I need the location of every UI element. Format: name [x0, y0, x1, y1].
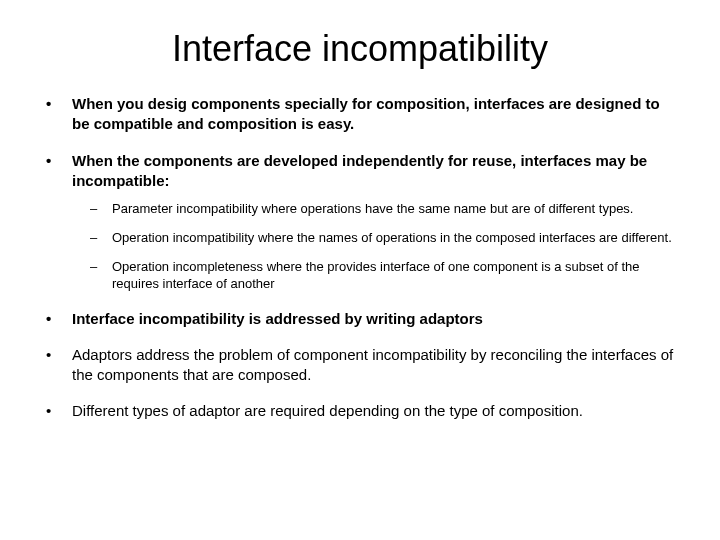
bullet-item: When you desig components specially for … — [40, 94, 680, 135]
sub-bullet-item: Operation incompleteness where the provi… — [72, 259, 680, 293]
bullet-text: Interface incompatibility is addressed b… — [72, 310, 483, 327]
bullet-item: When the components are developed indepe… — [40, 151, 680, 293]
slide-title: Interface incompatibility — [40, 28, 680, 70]
bullet-item: Interface incompatibility is addressed b… — [40, 309, 680, 329]
sub-bullet-text: Operation incompleteness where the provi… — [112, 259, 640, 291]
sub-bullet-list: Parameter incompatibility where operatio… — [72, 201, 680, 293]
bullet-item: Adaptors address the problem of componen… — [40, 345, 680, 386]
bullet-text: Adaptors address the problem of componen… — [72, 346, 673, 383]
bullet-text: Different types of adaptor are required … — [72, 402, 583, 419]
slide: Interface incompatibility When you desig… — [0, 0, 720, 540]
bullet-list: When you desig components specially for … — [40, 94, 680, 422]
bullet-text: When the components are developed indepe… — [72, 152, 647, 189]
sub-bullet-text: Parameter incompatibility where operatio… — [112, 201, 634, 216]
bullet-text: When you desig components specially for … — [72, 95, 660, 132]
sub-bullet-text: Operation incompatibility where the name… — [112, 230, 672, 245]
bullet-item: Different types of adaptor are required … — [40, 401, 680, 421]
sub-bullet-item: Parameter incompatibility where operatio… — [72, 201, 680, 218]
sub-bullet-item: Operation incompatibility where the name… — [72, 230, 680, 247]
